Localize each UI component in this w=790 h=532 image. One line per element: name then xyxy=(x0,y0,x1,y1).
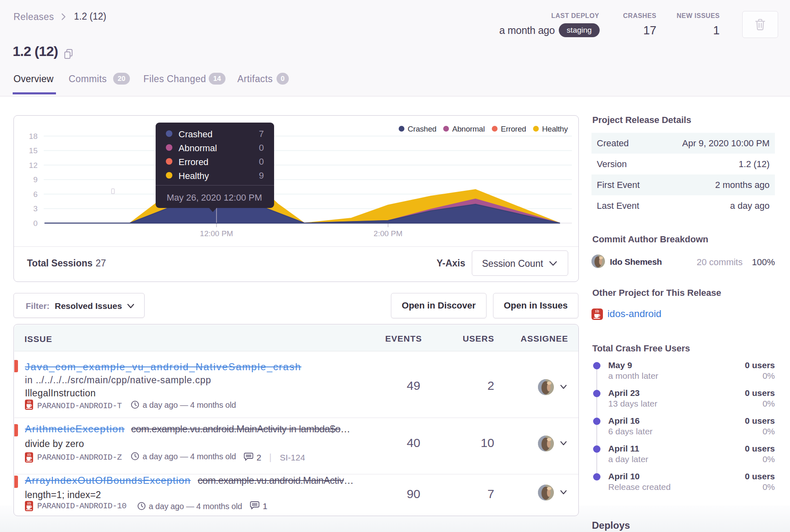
svg-text:3: 3 xyxy=(33,204,38,213)
svg-text:9: 9 xyxy=(33,175,38,184)
svg-text:12:00 PM: 12:00 PM xyxy=(200,229,233,238)
svg-text:2:00 PM: 2:00 PM xyxy=(374,229,403,238)
svg-text:18: 18 xyxy=(29,132,38,141)
svg-text:15: 15 xyxy=(29,146,38,155)
svg-text:6: 6 xyxy=(33,190,38,199)
svg-text:12: 12 xyxy=(29,161,38,170)
svg-text:0: 0 xyxy=(33,219,38,228)
